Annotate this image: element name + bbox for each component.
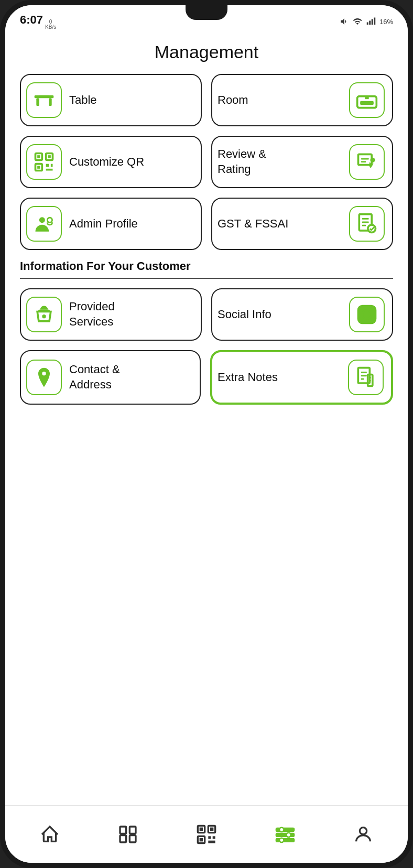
review-icon (355, 150, 378, 173)
admin-profile-label: Admin Profile (69, 216, 138, 232)
svg-rect-14 (48, 155, 50, 158)
svg-rect-10 (365, 96, 368, 100)
svg-rect-55 (208, 840, 215, 843)
contact-address-card[interactable]: Contact &Address (20, 350, 201, 405)
table-icon-box (26, 82, 62, 118)
svg-rect-18 (51, 164, 53, 167)
svg-rect-29 (362, 225, 366, 226)
svg-rect-6 (49, 98, 52, 106)
contact-icon (32, 366, 56, 389)
svg-rect-3 (374, 18, 375, 25)
table-card[interactable]: Table (20, 74, 202, 126)
gst-fssai-card[interactable]: GST & FSSAI (211, 198, 393, 250)
social-info-card[interactable]: Social Info (211, 288, 393, 341)
svg-rect-43 (120, 827, 126, 833)
gst-icon (355, 212, 378, 235)
nav-home[interactable] (10, 806, 89, 863)
svg-point-25 (47, 218, 52, 222)
svg-rect-2 (372, 19, 373, 25)
svg-rect-45 (130, 827, 136, 833)
customer-grid-row-1: ProvidedServices Social Info (20, 288, 393, 341)
svg-rect-50 (210, 827, 214, 831)
contact-address-label: Contact &Address (69, 362, 120, 392)
room-label: Room (218, 93, 248, 108)
provided-services-card[interactable]: ProvidedServices (20, 288, 202, 341)
svg-rect-21 (361, 158, 369, 160)
nav-qr[interactable] (167, 806, 246, 863)
social-icon-box (349, 297, 385, 332)
bottom-nav (5, 805, 408, 863)
review-rating-label: Review &Rating (218, 147, 342, 177)
management-icon (117, 824, 138, 845)
room-card[interactable]: Room (211, 74, 393, 126)
social-info-label: Social Info (218, 307, 342, 322)
extra-notes-card[interactable]: Extra Notes (210, 350, 393, 405)
customize-qr-label: Customize QR (69, 155, 144, 170)
svg-rect-19 (46, 169, 53, 171)
svg-rect-54 (213, 836, 215, 839)
customer-section: Information For Your Customer (20, 259, 393, 279)
notch (186, 5, 227, 20)
review-rating-card[interactable]: Review &Rating (211, 136, 393, 188)
table-icon (32, 89, 56, 112)
gst-fssai-label: GST & FSSAI (218, 216, 342, 232)
mute-icon (340, 17, 349, 26)
svg-rect-39 (361, 378, 364, 380)
svg-rect-41 (369, 377, 371, 378)
svg-point-62 (360, 827, 367, 834)
phone-frame: 6:07 0 KB/s 16% Management (0, 0, 413, 868)
svg-point-34 (363, 310, 372, 319)
svg-point-61 (279, 838, 284, 842)
svg-rect-9 (360, 101, 374, 105)
battery-indicator: 16% (379, 18, 393, 26)
svg-point-35 (371, 309, 373, 310)
instagram-icon (356, 304, 377, 325)
svg-point-24 (39, 217, 45, 223)
page-title: Management (20, 32, 393, 74)
status-left: 6:07 0 KB/s (20, 13, 56, 30)
svg-rect-44 (120, 835, 126, 842)
svg-rect-5 (36, 98, 39, 106)
profile-icon (353, 824, 374, 845)
status-kb: 0 KB/s (45, 19, 56, 30)
notes-icon (354, 366, 377, 389)
svg-rect-16 (37, 166, 40, 169)
gst-icon-box (349, 206, 385, 242)
svg-rect-37 (361, 372, 367, 373)
svg-rect-27 (362, 218, 369, 220)
admin-icon (32, 212, 56, 235)
notes-icon-box (348, 360, 384, 395)
services-icon-box (26, 297, 62, 332)
nav-management[interactable] (89, 806, 168, 863)
qr-icon-box (26, 144, 62, 180)
room-icon-box (349, 82, 385, 118)
svg-rect-22 (361, 161, 366, 162)
svg-point-59 (279, 827, 284, 831)
customer-section-title: Information For Your Customer (20, 259, 393, 273)
svg-rect-53 (208, 836, 211, 839)
svg-point-23 (370, 158, 375, 162)
status-right: 16% (340, 17, 393, 26)
grid-row-2: Customize QR Review &Rating (20, 136, 393, 188)
svg-rect-46 (130, 835, 136, 842)
extra-notes-label: Extra Notes (218, 370, 341, 385)
admin-icon-box (26, 206, 62, 242)
grid-row-1: Table Room (20, 74, 393, 126)
provided-services-label: ProvidedServices (69, 299, 115, 329)
services-icon (32, 303, 56, 326)
admin-profile-card[interactable]: Admin Profile (20, 198, 202, 250)
svg-rect-1 (369, 21, 371, 25)
svg-point-32 (42, 314, 46, 318)
main-content: Management Table Room (5, 32, 408, 805)
customize-qr-card[interactable]: Customize QR (20, 136, 202, 188)
nav-settings[interactable] (246, 806, 324, 863)
status-time: 6:07 (20, 13, 43, 27)
wifi-icon (352, 17, 363, 26)
svg-rect-12 (37, 155, 40, 158)
nav-profile[interactable] (324, 806, 403, 863)
grid-row-3: Admin Profile GST & FSSAI (20, 198, 393, 250)
customer-grid-row-2: Contact &Address Extra Notes (20, 350, 393, 405)
svg-rect-0 (367, 23, 368, 25)
svg-rect-42 (369, 381, 371, 382)
settings-icon (275, 824, 296, 845)
